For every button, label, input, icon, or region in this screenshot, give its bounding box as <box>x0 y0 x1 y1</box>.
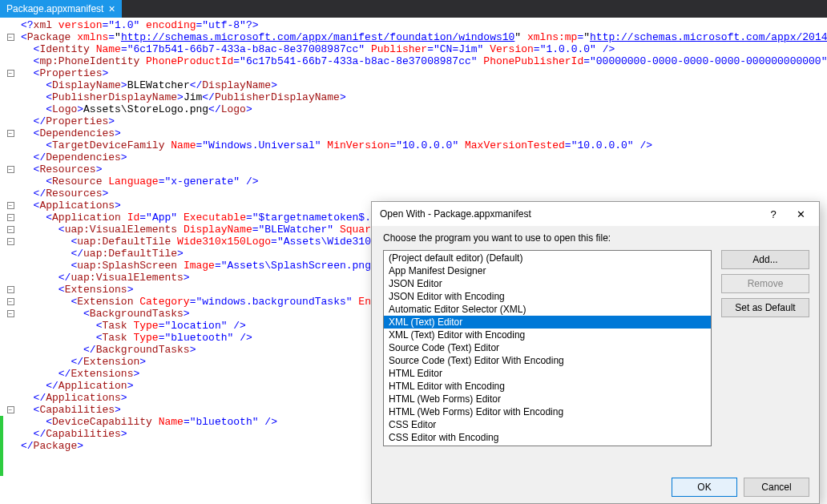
ok-button[interactable]: OK <box>672 478 737 497</box>
tab-title: Package.appxmanifest <box>6 3 103 14</box>
open-with-dialog: Open With - Package.appxmanifest ? ✕ Cho… <box>371 201 820 504</box>
fold-toggle-icon[interactable]: − <box>7 406 14 413</box>
fold-toggle-icon[interactable]: − <box>7 202 14 209</box>
fold-toggle-icon[interactable]: − <box>7 70 14 77</box>
cancel-button[interactable]: Cancel <box>744 478 809 497</box>
close-icon[interactable]: × <box>108 3 115 14</box>
editor-listbox[interactable]: (Project default editor) (Default)App Ma… <box>383 250 712 446</box>
dialog-prompt: Choose the program you want to use to op… <box>383 232 712 244</box>
help-icon[interactable]: ? <box>760 205 787 223</box>
fold-toggle-icon[interactable]: − <box>7 298 14 305</box>
fold-gutter: − − − − − − − − − − − − <box>3 18 18 504</box>
remove-button[interactable]: Remove <box>721 274 809 293</box>
editor-option[interactable]: XML (Text) Editor with Encoding <box>384 329 711 341</box>
dialog-body: Choose the program you want to use to op… <box>372 226 819 471</box>
editor-option[interactable]: Source Code (Text) Editor <box>384 341 711 354</box>
dialog-titlebar: Open With - Package.appxmanifest ? ✕ <box>372 202 819 226</box>
tab-bar: Package.appxmanifest × <box>0 0 827 18</box>
editor-option[interactable]: HTML (Web Forms) Editor with Encoding <box>384 405 711 418</box>
editor-option[interactable]: SCSS Editor <box>384 444 711 446</box>
fold-toggle-icon[interactable]: − <box>7 214 14 221</box>
editor-option[interactable]: XML (Text) Editor <box>384 316 711 329</box>
fold-toggle-icon[interactable]: − <box>7 166 14 173</box>
editor-option[interactable]: HTML (Web Forms) Editor <box>384 393 711 405</box>
editor-option[interactable]: CSS Editor with Encoding <box>384 431 711 444</box>
change-mark <box>0 416 3 476</box>
editor-option[interactable]: Automatic Editor Selector (XML) <box>384 303 711 316</box>
editor-option[interactable]: App Manifest Designer <box>384 264 711 277</box>
dialog-title: Open With - Package.appxmanifest <box>380 208 760 220</box>
fold-toggle-icon[interactable]: − <box>7 34 14 41</box>
editor-option[interactable]: JSON Editor with Encoding <box>384 290 711 303</box>
editor-option[interactable]: HTML Editor with Encoding <box>384 380 711 393</box>
close-icon[interactable]: ✕ <box>787 205 814 223</box>
editor-option[interactable]: JSON Editor <box>384 277 711 290</box>
editor-option[interactable]: HTML Editor <box>384 367 711 380</box>
fold-toggle-icon[interactable]: − <box>7 310 14 317</box>
fold-toggle-icon[interactable]: − <box>7 130 14 137</box>
fold-toggle-icon[interactable]: − <box>7 286 14 293</box>
fold-toggle-icon[interactable]: − <box>7 226 14 233</box>
editor-option[interactable]: CSS Editor <box>384 418 711 431</box>
fold-toggle-icon[interactable]: − <box>7 238 14 245</box>
set-default-button[interactable]: Set as Default <box>721 298 809 317</box>
add-button[interactable]: Add... <box>721 250 809 269</box>
dialog-footer: OK Cancel <box>372 471 819 503</box>
editor-option[interactable]: Source Code (Text) Editor With Encoding <box>384 354 711 367</box>
change-indicator-gutter <box>0 18 3 504</box>
editor-option[interactable]: (Project default editor) (Default) <box>384 252 711 264</box>
tab-package-manifest[interactable]: Package.appxmanifest × <box>0 0 122 18</box>
